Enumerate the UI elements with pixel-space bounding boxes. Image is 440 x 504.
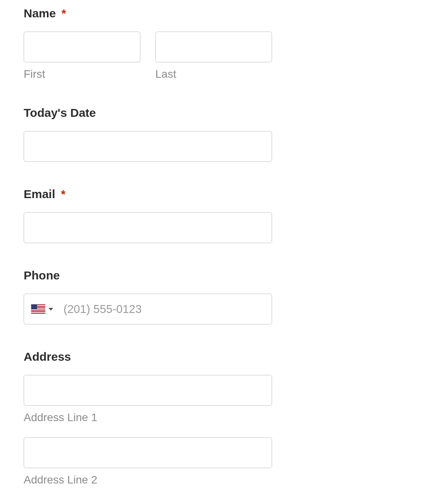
first-name-input[interactable] bbox=[24, 32, 140, 62]
required-asterisk: * bbox=[62, 7, 66, 20]
first-name-sublabel: First bbox=[24, 68, 140, 81]
last-name-sublabel: Last bbox=[155, 68, 272, 81]
phone-input-wrapper bbox=[24, 294, 272, 324]
us-flag-icon bbox=[31, 304, 45, 314]
address-line2-subfield: Address Line 2 bbox=[24, 437, 440, 486]
name-row: First Last bbox=[24, 32, 440, 81]
name-label: Name * bbox=[24, 6, 440, 21]
chevron-down-icon bbox=[48, 308, 53, 311]
address-line1-sublabel: Address Line 1 bbox=[24, 411, 440, 424]
address-line2-input[interactable] bbox=[24, 437, 272, 468]
email-label: Email * bbox=[24, 187, 440, 201]
email-input[interactable] bbox=[24, 212, 272, 243]
address-line2-sublabel: Address Line 2 bbox=[24, 474, 440, 486]
form-page: Name * First Last Today's Date Email * P… bbox=[0, 0, 440, 504]
email-label-text: Email bbox=[24, 187, 55, 200]
address-label: Address bbox=[24, 350, 440, 364]
address-field-group: Address Address Line 1 Address Line 2 bbox=[24, 350, 440, 486]
first-name-col: First bbox=[24, 32, 140, 81]
date-input[interactable] bbox=[24, 131, 272, 162]
phone-label: Phone bbox=[24, 268, 440, 283]
email-field-group: Email * bbox=[24, 187, 440, 243]
required-asterisk: * bbox=[61, 187, 65, 200]
country-code-button[interactable] bbox=[24, 294, 59, 324]
last-name-input[interactable] bbox=[155, 32, 272, 62]
date-field-group: Today's Date bbox=[24, 106, 440, 162]
phone-input[interactable] bbox=[59, 294, 272, 324]
date-label: Today's Date bbox=[24, 106, 440, 120]
phone-field-group: Phone bbox=[24, 268, 440, 324]
last-name-col: Last bbox=[155, 32, 272, 81]
address-line1-subfield: Address Line 1 bbox=[24, 375, 440, 424]
address-stack: Address Line 1 Address Line 2 bbox=[24, 375, 440, 486]
address-line1-input[interactable] bbox=[24, 375, 272, 406]
name-label-text: Name bbox=[24, 7, 56, 20]
name-field-group: Name * First Last bbox=[24, 6, 440, 81]
